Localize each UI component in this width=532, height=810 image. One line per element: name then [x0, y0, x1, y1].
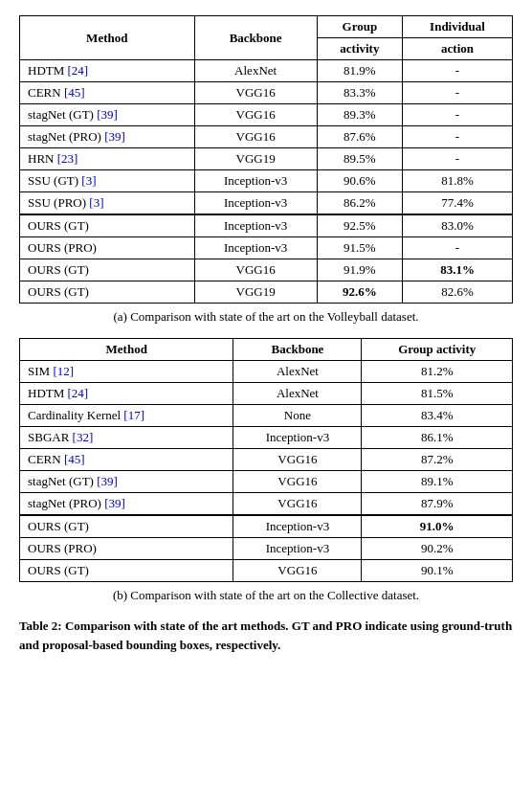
backbone-cell: None: [233, 405, 362, 427]
table2-container: Method Backbone Group activity SIM [12] …: [19, 338, 513, 603]
backbone-cell: VGG19: [194, 281, 317, 304]
group-cell: 89.3%: [317, 104, 402, 126]
backbone-cell: Inception-v3: [233, 427, 362, 449]
group-cell: 81.9%: [317, 60, 402, 82]
method-cell: OURS (GT): [20, 515, 233, 538]
individual-cell: -: [403, 148, 513, 170]
group-cell: 86.1%: [362, 427, 513, 449]
group-cell: 83.3%: [317, 82, 402, 104]
table-row: SSU (PRO) [3] Inception-v3 86.2% 77.4%: [20, 192, 513, 215]
backbone-cell: VGG16: [194, 82, 317, 104]
backbone-cell: Inception-v3: [233, 515, 362, 538]
bold-value: 91.0%: [420, 519, 454, 533]
backbone-cell: VGG19: [194, 148, 317, 170]
col-group-activity-1: Group: [317, 16, 402, 38]
ref: [45]: [64, 452, 85, 466]
method-cell: stagNet (PRO) [39]: [20, 126, 195, 148]
group-cell: 89.1%: [362, 471, 513, 493]
table-row: CERN [45] VGG16 83.3% -: [20, 82, 513, 104]
col-group-activity-sub: activity: [317, 38, 402, 60]
col-backbone-1: Backbone: [194, 16, 317, 60]
ref: [39]: [97, 107, 118, 122]
bold-value: 92.6%: [343, 284, 377, 299]
group-cell: 92.5%: [317, 214, 402, 237]
table-row: OURS (PRO) Inception-v3 90.2%: [20, 538, 513, 560]
group-cell: 87.2%: [362, 449, 513, 471]
individual-cell: 83.1%: [403, 259, 513, 281]
col-individual-action-1: Individual: [403, 16, 513, 38]
table-row: CERN [45] VGG16 87.2%: [20, 449, 513, 471]
table-row: SBGAR [32] Inception-v3 86.1%: [20, 427, 513, 449]
backbone-cell: Inception-v3: [194, 170, 317, 192]
backbone-cell: VGG16: [233, 493, 362, 516]
overall-caption: Table 2: Comparison with state of the ar…: [19, 617, 513, 654]
method-cell: SSU (GT) [3]: [20, 170, 195, 192]
group-cell: 91.5%: [317, 237, 402, 259]
group-cell: 86.2%: [317, 192, 402, 215]
table2: Method Backbone Group activity SIM [12] …: [19, 338, 513, 582]
individual-cell: 81.8%: [403, 170, 513, 192]
individual-cell: 77.4%: [403, 192, 513, 215]
group-cell: 81.2%: [362, 361, 513, 383]
table-row: HDTM [24] AlexNet 81.5%: [20, 383, 513, 405]
ref: [12]: [53, 364, 74, 378]
col-individual-action-sub: action: [403, 38, 513, 60]
ref: [32]: [73, 430, 94, 444]
ref: [23]: [57, 151, 78, 166]
method-cell: CERN [45]: [20, 82, 195, 104]
backbone-cell: VGG16: [233, 560, 362, 582]
col-method-1: Method: [20, 16, 195, 60]
backbone-cell: VGG16: [233, 449, 362, 471]
group-cell: 91.9%: [317, 259, 402, 281]
method-cell: OURS (GT): [20, 214, 195, 237]
col-backbone-2: Backbone: [233, 339, 362, 361]
table1: Method Backbone Group Individual activit…: [19, 15, 513, 304]
method-cell: Cardinality Kernel [17]: [20, 405, 233, 427]
ref: [24]: [68, 386, 89, 400]
table-row: SSU (GT) [3] Inception-v3 90.6% 81.8%: [20, 170, 513, 192]
method-cell: HDTM [24]: [20, 60, 195, 82]
method-cell: OURS (PRO): [20, 538, 233, 560]
backbone-cell: AlexNet: [194, 60, 317, 82]
table-row: stagNet (GT) [39] VGG16 89.1%: [20, 471, 513, 493]
table-row: OURS (GT) Inception-v3 92.5% 83.0%: [20, 214, 513, 237]
backbone-cell: Inception-v3: [233, 538, 362, 560]
individual-cell: -: [403, 237, 513, 259]
table-row: OURS (GT) VGG16 91.9% 83.1%: [20, 259, 513, 281]
individual-cell: -: [403, 126, 513, 148]
backbone-cell: VGG16: [194, 104, 317, 126]
method-cell: OURS (GT): [20, 259, 195, 281]
method-cell: OURS (GT): [20, 281, 195, 304]
method-cell: SBGAR [32]: [20, 427, 233, 449]
group-cell: 90.1%: [362, 560, 513, 582]
ref: [39]: [104, 129, 125, 144]
ref: [17]: [123, 408, 144, 422]
individual-cell: -: [403, 60, 513, 82]
table1-caption: (a) Comparison with state of the art on …: [19, 309, 513, 325]
table-row: SIM [12] AlexNet 81.2%: [20, 361, 513, 383]
table-row: OURS (GT) VGG19 92.6% 82.6%: [20, 281, 513, 304]
table1-container: Method Backbone Group Individual activit…: [19, 15, 513, 325]
table-row: stagNet (PRO) [39] VGG16 87.6% -: [20, 126, 513, 148]
caption-label: Table 2:: [19, 619, 62, 633]
method-cell: OURS (PRO): [20, 237, 195, 259]
individual-cell: -: [403, 82, 513, 104]
backbone-cell: VGG16: [194, 259, 317, 281]
method-cell: stagNet (PRO) [39]: [20, 493, 233, 516]
group-cell: 89.5%: [317, 148, 402, 170]
table-row: stagNet (PRO) [39] VGG16 87.9%: [20, 493, 513, 516]
table2-caption: (b) Comparison with state of the art on …: [19, 588, 513, 603]
method-cell: HDTM [24]: [20, 383, 233, 405]
group-cell: 92.6%: [317, 281, 402, 304]
ref: [39]: [104, 496, 125, 510]
backbone-cell: AlexNet: [233, 383, 362, 405]
table-row: HDTM [24] AlexNet 81.9% -: [20, 60, 513, 82]
table-row: stagNet (GT) [39] VGG16 89.3% -: [20, 104, 513, 126]
col-method-2: Method: [20, 339, 233, 361]
caption-text: Comparison with state of the art methods…: [19, 619, 512, 652]
backbone-cell: Inception-v3: [194, 214, 317, 237]
ref: [45]: [64, 85, 85, 100]
table-row: OURS (PRO) Inception-v3 91.5% -: [20, 237, 513, 259]
method-cell: OURS (GT): [20, 560, 233, 582]
bold-value: 83.1%: [440, 262, 475, 277]
